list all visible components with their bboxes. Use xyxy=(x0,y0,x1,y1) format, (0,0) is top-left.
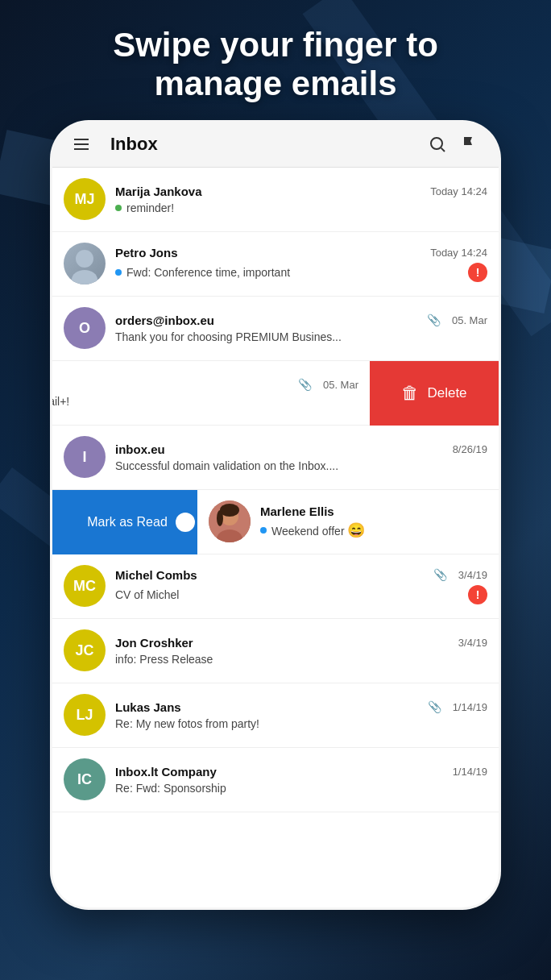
email-item-mail[interactable]: @mail.ee 📎 05. Mar k you for choosing Ma… xyxy=(52,361,370,426)
headline-line1: Swipe your finger to xyxy=(113,26,438,64)
menu-button[interactable] xyxy=(65,128,97,160)
preview-lukas: Re: My new fotos from party! xyxy=(115,717,487,730)
avatar-petro xyxy=(64,243,106,284)
sender-petro: Petro Jons xyxy=(115,246,178,260)
flag-button[interactable] xyxy=(454,128,486,160)
email-item-inbox-eu[interactable]: I inbox.eu 8/26/19 Successful domain val… xyxy=(52,426,499,490)
date-jon: 3/4/19 xyxy=(458,637,487,649)
delete-label: Delete xyxy=(427,385,466,401)
email-content-lukas: Lukas Jans 📎 1/14/19 Re: My new fotos fr… xyxy=(115,700,487,730)
preview-marija: reminder! xyxy=(126,201,487,214)
attachment-icon: 📎 xyxy=(433,568,447,581)
attachment-icon: 📎 xyxy=(428,700,441,713)
headline: Swipe your finger to manage emails xyxy=(113,26,438,104)
date-inbox-eu: 8/26/19 xyxy=(453,443,487,455)
unread-dot xyxy=(115,269,122,276)
email-item-marlene[interactable]: Marlene Ellis Weekend offer 😄 xyxy=(197,490,499,554)
email-item-jon[interactable]: JC Jon Croshker 3/4/19 info: Press Relea… xyxy=(52,619,499,683)
date-lukas: 1/14/19 xyxy=(453,701,487,713)
email-item-michel[interactable]: MC Michel Combs 📎 3/4/19 CV of Michel ! xyxy=(52,554,499,619)
preview-marlene: Weekend offer 😄 xyxy=(271,521,499,539)
unread-dot xyxy=(115,205,122,211)
preview-inboxlt: Re: Fwd: Sponsorship xyxy=(115,782,487,795)
date-mail: 05. Mar xyxy=(323,379,358,391)
priority-badge: ! xyxy=(468,263,487,282)
svg-line-7 xyxy=(441,148,445,152)
date-marija: Today 14:24 xyxy=(430,185,487,197)
avatar-orders: O xyxy=(64,307,106,349)
delete-action[interactable]: 🗑 Delete xyxy=(370,361,499,426)
header-section: Swipe your finger to manage emails xyxy=(81,0,470,120)
sender-michel: Michel Combs xyxy=(115,568,197,582)
attachment-icon: 📎 xyxy=(298,378,312,391)
date-michel: 3/4/19 xyxy=(458,569,487,581)
preview-jon: info: Press Release xyxy=(115,653,487,666)
sender-marija: Marija Jankova xyxy=(115,185,202,198)
email-item-marija[interactable]: MJ Marija Jankova Today 14:24 reminder! xyxy=(52,168,499,232)
email-content-marija: Marija Jankova Today 14:24 reminder! xyxy=(115,185,487,214)
sender-jon: Jon Croshker xyxy=(115,636,193,650)
email-content-petro: Petro Jons Today 14:24 Fwd: Conference t… xyxy=(115,246,487,282)
svg-point-13 xyxy=(220,504,239,517)
preview-michel: CV of Michel xyxy=(115,588,468,601)
unread-dot xyxy=(260,527,267,534)
email-content-marlene: Marlene Ellis Weekend offer 😄 xyxy=(260,505,499,539)
email-item-marlene-swiped[interactable]: Mark as Read Marlene Ellis xyxy=(52,490,499,554)
email-item-mail-swiped[interactable]: 🗑 Delete @mail.ee 📎 05. Mar k you for ch… xyxy=(52,361,499,426)
preview-orders: Thank you for choosing PREMIUM Busines..… xyxy=(115,330,487,343)
avatar-mc: MC xyxy=(64,565,106,607)
email-item-inboxlt[interactable]: IC Inbox.lt Company 1/14/19 Re: Fwd: Spo… xyxy=(52,748,499,812)
sender-marlene: Marlene Ellis xyxy=(260,505,334,518)
sender-inbox-eu: inbox.eu xyxy=(115,442,165,456)
preview-mail: k you for choosing Mail+! xyxy=(52,395,358,408)
email-item-orders[interactable]: O orders@inbox.eu 📎 05. Mar Thank you fo… xyxy=(52,297,499,361)
email-content-michel: Michel Combs 📎 3/4/19 CV of Michel ! xyxy=(115,568,487,604)
attachment-icon: 📎 xyxy=(427,314,441,326)
preview-inbox-eu: Successful domain validation on the Inbo… xyxy=(115,459,487,472)
read-toggle xyxy=(176,513,195,532)
app-bar: Inbox xyxy=(52,122,499,168)
avatar-jc: JC xyxy=(64,629,106,671)
sender-inboxlt: Inbox.lt Company xyxy=(115,765,217,779)
svg-point-14 xyxy=(217,510,223,526)
preview-petro: Fwd: Conference time, important xyxy=(126,266,468,279)
inbox-title: Inbox xyxy=(110,134,421,155)
email-item-petro[interactable]: Petro Jons Today 14:24 Fwd: Conference t… xyxy=(52,232,499,297)
search-button[interactable] xyxy=(421,128,454,160)
mark-as-read-label: Mark as Read xyxy=(87,515,168,529)
headline-line2: manage emails xyxy=(154,64,396,102)
sender-lukas: Lukas Jans xyxy=(115,700,181,714)
email-item-lukas[interactable]: LJ Lukas Jans 📎 1/14/19 Re: My new fotos… xyxy=(52,683,499,748)
email-content-jon: Jon Croshker 3/4/19 info: Press Release xyxy=(115,636,487,666)
avatar-ic: IC xyxy=(64,758,106,800)
svg-point-6 xyxy=(431,138,442,149)
trash-icon: 🗑 xyxy=(401,383,419,404)
sender-orders: orders@inbox.eu xyxy=(115,314,214,327)
avatar-inbox-eu: I xyxy=(64,436,106,478)
email-content-orders: orders@inbox.eu 📎 05. Mar Thank you for … xyxy=(115,314,487,343)
phone-frame: Inbox MJ Marija Jankova Today 14:24 xyxy=(50,120,501,910)
avatar-marlene xyxy=(209,500,251,542)
email-content-mail: @mail.ee 📎 05. Mar k you for choosing Ma… xyxy=(52,378,358,408)
avatar-lj: LJ xyxy=(64,694,106,736)
date-orders: 05. Mar xyxy=(452,314,487,326)
email-list: MJ Marija Jankova Today 14:24 reminder! xyxy=(52,168,499,907)
email-content-inbox-eu: inbox.eu 8/26/19 Successful domain valid… xyxy=(115,442,487,472)
svg-point-8 xyxy=(76,250,93,268)
svg-point-9 xyxy=(72,270,97,284)
email-content-inboxlt: Inbox.lt Company 1/14/19 Re: Fwd: Sponso… xyxy=(115,765,487,795)
priority-badge: ! xyxy=(468,585,487,604)
date-inboxlt: 1/14/19 xyxy=(453,766,487,778)
avatar-mj: MJ xyxy=(64,178,106,220)
date-petro: Today 14:24 xyxy=(430,247,487,259)
